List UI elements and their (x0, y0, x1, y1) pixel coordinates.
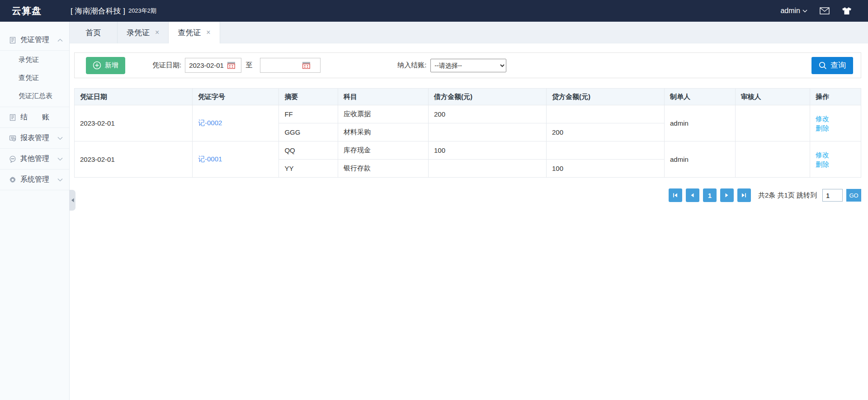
sidebar-item-label: 系统管理 (20, 175, 49, 184)
cell-credit (546, 105, 664, 123)
username: admin (780, 7, 800, 15)
table-row: 2023-02-01 记-0002 FF 应收票据 200 admin 修改 删… (75, 105, 861, 123)
tabbar: 首页 录凭证 × 查凭证 × (70, 22, 868, 43)
sidebar-item-other-mgmt[interactable]: 其他管理 (0, 149, 69, 169)
cell-debit: 100 (428, 141, 546, 160)
cell-summary: FF (279, 105, 338, 123)
chat-bubble-icon (9, 155, 16, 163)
filter-bar: 新增 凭证日期: 至 纳入结账: - (74, 52, 861, 78)
cell-voucher-no: 记-0001 (193, 141, 279, 178)
company-name: [ 海南潮合科技 ] (71, 6, 125, 16)
voucher-table: 凭证日期 凭证字号 摘要 科目 借方金额(元) 贷方金额(元) 制单人 审核人 … (74, 88, 861, 178)
mail-icon[interactable] (820, 7, 830, 14)
user-menu[interactable]: admin (780, 7, 807, 15)
cell-maker: admin (664, 105, 735, 141)
date-to-input[interactable] (264, 61, 302, 69)
col-header-subject: 科目 (338, 89, 428, 105)
close-icon[interactable]: × (155, 29, 159, 36)
cell-voucher-date: 2023-02-01 (75, 141, 193, 178)
col-header-maker: 制单人 (664, 89, 735, 105)
cell-actions: 修改 删除 (810, 105, 861, 141)
settle-select[interactable]: --请选择-- (430, 59, 506, 72)
cell-debit (428, 123, 546, 141)
sidebar-collapse-handle[interactable] (69, 190, 75, 211)
tab-voucher-query[interactable]: 查凭证 × (169, 22, 220, 43)
cell-subject: 应收票据 (338, 105, 428, 123)
next-page-icon (724, 193, 730, 198)
delete-link[interactable]: 删除 (816, 123, 855, 133)
voucher-no-link[interactable]: 记-0001 (198, 155, 222, 163)
sidebar-voucher-children: 录凭证 查凭证 凭证汇总表 (0, 51, 69, 107)
chevron-up-icon (57, 38, 63, 42)
modify-link[interactable]: 修改 (816, 150, 855, 160)
calendar-icon[interactable] (302, 61, 311, 69)
cell-auditor (735, 105, 810, 141)
col-header-summary: 摘要 (279, 89, 338, 105)
col-header-actions: 操作 (810, 89, 861, 105)
search-button-label: 查询 (830, 60, 846, 71)
cell-summary: YY (279, 160, 338, 178)
voucher-no-link[interactable]: 记-0002 (198, 119, 222, 127)
go-button[interactable]: GO (846, 189, 861, 202)
first-page-button[interactable] (669, 188, 682, 202)
date-to-box (260, 58, 321, 73)
last-page-button[interactable] (737, 188, 751, 202)
col-header-voucher-no: 凭证字号 (193, 89, 279, 105)
cell-credit (546, 141, 664, 160)
sidebar-item-voucher-mgmt[interactable]: 凭证管理 (0, 30, 69, 51)
col-header-date: 凭证日期 (75, 89, 193, 105)
add-voucher-button[interactable]: 新增 (86, 57, 125, 74)
report-icon (9, 135, 16, 142)
sidebar-item-report-mgmt[interactable]: 报表管理 (0, 128, 69, 149)
chevron-down-icon (802, 9, 807, 13)
close-icon[interactable]: × (206, 29, 210, 36)
cell-debit: 200 (428, 105, 546, 123)
cell-auditor (735, 141, 810, 178)
tab-voucher-entry[interactable]: 录凭证 × (118, 22, 169, 43)
prev-page-button[interactable] (686, 188, 699, 202)
jump-page-input[interactable] (822, 189, 843, 202)
collapse-left-icon (71, 198, 74, 202)
settle-filter-label: 纳入结账: (397, 61, 426, 70)
chevron-down-icon (57, 157, 63, 161)
cell-subject: 库存现金 (338, 141, 428, 160)
sidebar-item-voucher-query[interactable]: 查凭证 (0, 69, 69, 87)
search-icon (819, 61, 827, 70)
first-page-icon (672, 193, 678, 198)
date-from-input[interactable] (189, 61, 227, 69)
cell-summary: QQ (279, 141, 338, 160)
sidebar-item-voucher-summary[interactable]: 凭证汇总表 (0, 87, 69, 105)
sidebar-item-system-mgmt[interactable]: 系统管理 (0, 169, 69, 190)
delete-link[interactable]: 删除 (816, 160, 855, 169)
sidebar-item-voucher-entry[interactable]: 录凭证 (0, 51, 69, 69)
tab-home[interactable]: 首页 (70, 22, 118, 43)
theme-shirt-icon[interactable] (842, 7, 852, 15)
col-header-credit: 贷方金额(元) (546, 89, 664, 105)
sidebar-item-settle[interactable]: 结 账 (0, 107, 69, 128)
cell-actions: 修改 删除 (810, 141, 861, 178)
page-number-button[interactable]: 1 (703, 188, 717, 202)
sidebar: 凭证管理 录凭证 查凭证 凭证汇总表 结 账 报表管理 (0, 22, 70, 400)
table-row: 2023-02-01 记-0001 QQ 库存现金 100 admin 修改 删… (75, 141, 861, 160)
chevron-down-icon (57, 178, 63, 182)
modify-link[interactable]: 修改 (816, 114, 855, 123)
pagination-summary: 共2条 共1页 跳转到 (758, 191, 817, 200)
cell-credit: 200 (546, 123, 664, 141)
cell-credit: 100 (546, 160, 664, 178)
content-area: 新增 凭证日期: 至 纳入结账: - (70, 43, 868, 400)
last-page-icon (741, 193, 747, 198)
next-page-button[interactable] (720, 188, 734, 202)
cell-summary: GGG (279, 123, 338, 141)
calendar-icon[interactable] (227, 61, 236, 69)
add-button-label: 新增 (105, 61, 118, 70)
tab-label: 录凭证 (127, 28, 150, 38)
topbar-right: admin (780, 7, 852, 15)
date-from-box (185, 58, 241, 73)
prev-page-icon (689, 193, 695, 198)
sidebar-item-label: 结 账 (20, 113, 49, 122)
sidebar-item-label: 凭证管理 (20, 35, 49, 45)
col-header-auditor: 审核人 (735, 89, 810, 105)
search-button[interactable]: 查询 (811, 57, 853, 74)
pagination: 1 共2条 共1页 跳转到 GO (74, 188, 861, 202)
tab-label: 首页 (86, 28, 101, 38)
